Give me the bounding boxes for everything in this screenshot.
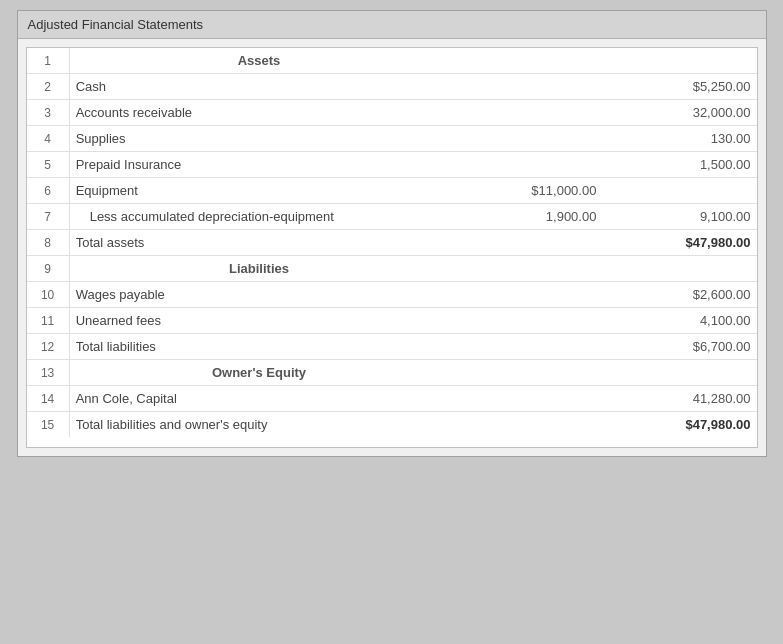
row-label: Less accumulated depreciation-equipment (69, 204, 448, 230)
row-right-value: $6,700.00 (602, 334, 756, 360)
row-label: Total liabilities (69, 334, 448, 360)
row-right-value (602, 360, 756, 386)
row-label: Total liabilities and owner's equity (69, 412, 448, 438)
row-label: Liabilities (69, 256, 448, 282)
row-right-value: $47,980.00 (602, 230, 756, 256)
row-number: 3 (27, 100, 70, 126)
row-mid-value (448, 308, 602, 334)
row-right-value: $47,980.00 (602, 412, 756, 438)
row-number: 8 (27, 230, 70, 256)
table-row: 1Assets (27, 48, 757, 74)
table-row: 8Total assets$47,980.00 (27, 230, 757, 256)
row-label: Unearned fees (69, 308, 448, 334)
row-label: Wages payable (69, 282, 448, 308)
table-row: 14Ann Cole, Capital41,280.00 (27, 386, 757, 412)
row-number: 7 (27, 204, 70, 230)
row-mid-value: 1,900.00 (448, 204, 602, 230)
row-label: Total assets (69, 230, 448, 256)
row-right-value: 9,100.00 (602, 204, 756, 230)
table-row: 15Total liabilities and owner's equity$4… (27, 412, 757, 438)
row-number: 14 (27, 386, 70, 412)
row-label: Accounts receivable (69, 100, 448, 126)
row-right-value: 130.00 (602, 126, 756, 152)
row-right-value: 1,500.00 (602, 152, 756, 178)
row-label: Owner's Equity (69, 360, 448, 386)
row-number: 13 (27, 360, 70, 386)
row-number: 6 (27, 178, 70, 204)
row-number: 2 (27, 74, 70, 100)
row-number: 10 (27, 282, 70, 308)
row-mid-value (448, 334, 602, 360)
table-container: 1Assets2Cash$5,250.003Accounts receivabl… (26, 47, 758, 448)
row-label: Supplies (69, 126, 448, 152)
row-right-value: $5,250.00 (602, 74, 756, 100)
row-mid-value (448, 360, 602, 386)
row-mid-value (448, 230, 602, 256)
row-number: 4 (27, 126, 70, 152)
row-right-value (602, 48, 756, 74)
row-mid-value (448, 100, 602, 126)
row-right-value: 4,100.00 (602, 308, 756, 334)
row-right-value (602, 178, 756, 204)
row-number: 1 (27, 48, 70, 74)
table-row: 7Less accumulated depreciation-equipment… (27, 204, 757, 230)
main-window: Adjusted Financial Statements 1Assets2Ca… (17, 10, 767, 457)
row-mid-value (448, 152, 602, 178)
row-number: 9 (27, 256, 70, 282)
row-mid-value (448, 256, 602, 282)
row-label: Assets (69, 48, 448, 74)
row-mid-value (448, 412, 602, 438)
title-bar: Adjusted Financial Statements (18, 11, 766, 39)
row-mid-value (448, 48, 602, 74)
table-row: 5Prepaid Insurance1,500.00 (27, 152, 757, 178)
row-number: 11 (27, 308, 70, 334)
row-right-value (602, 256, 756, 282)
row-mid-value (448, 126, 602, 152)
row-number: 12 (27, 334, 70, 360)
table-row: 10Wages payable$2,600.00 (27, 282, 757, 308)
row-number: 15 (27, 412, 70, 438)
row-mid-value (448, 282, 602, 308)
row-mid-value: $11,000.00 (448, 178, 602, 204)
row-label: Ann Cole, Capital (69, 386, 448, 412)
row-right-value: 32,000.00 (602, 100, 756, 126)
table-row: 4Supplies130.00 (27, 126, 757, 152)
row-mid-value (448, 386, 602, 412)
row-mid-value (448, 74, 602, 100)
row-label: Cash (69, 74, 448, 100)
table-row: 6Equipment$11,000.00 (27, 178, 757, 204)
financial-table: 1Assets2Cash$5,250.003Accounts receivabl… (27, 48, 757, 437)
row-number: 5 (27, 152, 70, 178)
table-row: 9Liabilities (27, 256, 757, 282)
table-row: 2Cash$5,250.00 (27, 74, 757, 100)
table-row: 3Accounts receivable32,000.00 (27, 100, 757, 126)
row-right-value: $2,600.00 (602, 282, 756, 308)
window-title: Adjusted Financial Statements (28, 17, 204, 32)
row-right-value: 41,280.00 (602, 386, 756, 412)
row-label: Equipment (69, 178, 448, 204)
table-row: 12Total liabilities$6,700.00 (27, 334, 757, 360)
row-label: Prepaid Insurance (69, 152, 448, 178)
table-row: 11Unearned fees4,100.00 (27, 308, 757, 334)
table-row: 13Owner's Equity (27, 360, 757, 386)
